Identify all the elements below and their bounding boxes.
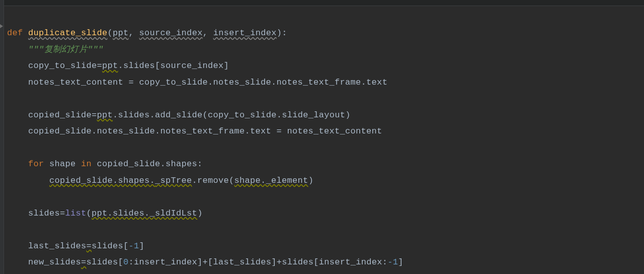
code-line: for shape in copied_slide.shapes: [7, 156, 644, 173]
parameter: ppt [113, 28, 129, 38]
keyword-in: in [81, 159, 92, 169]
code-line: copied_slide.shapes._spTree.remove(shape… [7, 173, 644, 189]
code-line-blank [7, 189, 644, 206]
code-line: copy_to_slide=ppt.slides[source_index] [7, 58, 644, 75]
code-line: slides=list(ppt.slides._sldIdLst) [7, 206, 644, 222]
code-line-blank [7, 91, 644, 107]
code-editor[interactable]: def duplicate_slide(ppt, source_index, i… [0, 6, 644, 274]
code-line-blank [7, 140, 644, 157]
parameter: source_index [139, 28, 203, 38]
code-line: last_slides=slides[-1] [7, 238, 644, 255]
keyword-def: def [7, 28, 23, 38]
keyword-for: for [28, 159, 44, 169]
editor-gutter [0, 0, 4, 274]
parameter: insert_index [213, 28, 277, 38]
builtin-list: list [65, 209, 87, 218]
docstring: """复制幻灯片""" [28, 45, 104, 54]
code-line-blank [7, 222, 644, 238]
code-line: """复制幻灯片""" [7, 42, 644, 58]
code-line: copied_slide=ppt.slides.add_slide(copy_t… [7, 107, 644, 124]
code-line: copied_slide.notes_slide.notes_text_fram… [7, 123, 644, 140]
code-line: notes_text_content = copy_to_slide.notes… [7, 75, 644, 91]
code-line: ppt.slides._sldIdLst.clear() [7, 271, 644, 275]
fold-marker-icon[interactable] [0, 22, 5, 28]
code-line: new_slides=slides[0:insert_index]+[last_… [7, 254, 644, 271]
editor-top-bar [0, 0, 644, 6]
function-name: duplicate_slide [28, 28, 108, 38]
code-line: def duplicate_slide(ppt, source_index, i… [7, 25, 644, 42]
